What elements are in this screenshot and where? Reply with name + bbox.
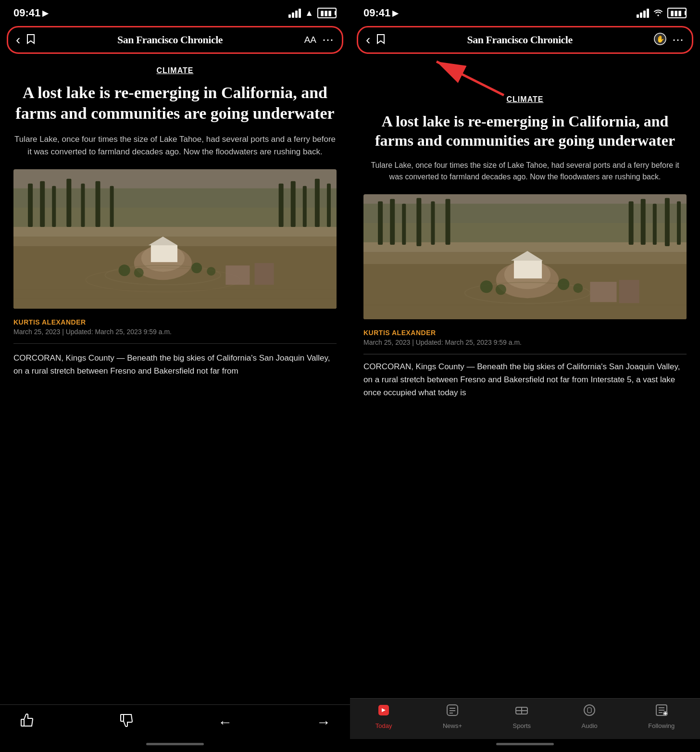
date-right: March 25, 2023 | Updated: March 25, 2023… xyxy=(363,338,687,346)
author-left: KURTIS ALEXANDER xyxy=(13,318,337,326)
location-icon-right: ▶ xyxy=(392,9,398,18)
more-icon-right[interactable]: ⋯ xyxy=(672,33,684,47)
svg-rect-45 xyxy=(431,201,435,245)
article-subtitle-left: Tulare Lake, once four times the size of… xyxy=(13,133,337,158)
nav-bar-left-wrapper: ‹ San Francisco Chronicle AA ⋯ xyxy=(0,23,350,57)
svg-rect-19 xyxy=(151,245,177,262)
thumbs-up-icon[interactable] xyxy=(19,713,35,731)
tab-following-label: Following xyxy=(648,722,675,729)
svg-rect-12 xyxy=(279,184,284,227)
home-indicator-right xyxy=(350,739,700,752)
back-icon-left[interactable]: ‹ xyxy=(16,32,20,48)
following-icon xyxy=(655,703,668,720)
battery-icon-left: ▮▮▮ xyxy=(317,8,337,18)
arrow-annotation xyxy=(350,57,700,95)
svg-rect-9 xyxy=(81,184,85,227)
svg-rect-47 xyxy=(629,201,634,245)
home-indicator-left xyxy=(0,739,350,752)
bookmark-icon-right[interactable] xyxy=(376,33,386,47)
status-bar-left: 09:41 ▶ ▲ ▮▮▮ xyxy=(0,0,350,23)
newsplus-icon xyxy=(446,703,459,720)
svg-rect-58 xyxy=(619,280,639,303)
svg-rect-49 xyxy=(653,204,657,245)
svg-rect-32 xyxy=(121,714,124,721)
body-left: CORCORAN, Kings County — Beneath the big… xyxy=(13,351,337,377)
svg-rect-31 xyxy=(21,719,24,726)
svg-point-62 xyxy=(573,283,583,293)
divider-right xyxy=(363,354,687,354)
time-left: 09:41 xyxy=(13,7,40,19)
article-title-left: A lost lake is re-emerging in California… xyxy=(13,83,337,124)
tab-today-label: Today xyxy=(375,722,392,729)
svg-point-25 xyxy=(119,264,130,276)
svg-rect-44 xyxy=(416,198,421,246)
svg-rect-13 xyxy=(291,181,296,227)
right-phone: 09:41 ▶ xyxy=(350,0,700,752)
svg-rect-7 xyxy=(52,186,56,227)
more-icon-left[interactable]: ⋯ xyxy=(322,33,334,47)
tab-sports[interactable]: Sports xyxy=(513,703,531,729)
tab-audio[interactable]: Audio xyxy=(582,703,598,729)
svg-rect-24 xyxy=(254,263,274,285)
svg-rect-48 xyxy=(641,199,646,245)
svg-text:✋: ✋ xyxy=(656,35,665,43)
newspaper-title-left: San Francisco Chronicle xyxy=(41,34,298,46)
svg-point-27 xyxy=(191,263,202,273)
audio-icon xyxy=(583,703,596,720)
svg-point-59 xyxy=(480,280,493,293)
svg-rect-54 xyxy=(514,261,542,278)
svg-point-73 xyxy=(584,705,595,715)
body-right: CORCORAN, Kings County — Beneath the big… xyxy=(363,360,687,400)
share-icon-right[interactable]: ✋ xyxy=(654,33,666,48)
svg-rect-16 xyxy=(327,184,331,227)
svg-rect-5 xyxy=(28,184,33,227)
time-right: 09:41 xyxy=(363,7,390,19)
divider-left xyxy=(13,343,337,344)
svg-rect-41 xyxy=(378,201,383,245)
forward-nav-icon[interactable]: → xyxy=(316,714,331,730)
article-image-left xyxy=(13,169,337,309)
date-left: March 25, 2023 | Updated: March 25, 2023… xyxy=(13,328,337,336)
signal-icon-left xyxy=(288,9,301,18)
wifi-icon-right xyxy=(653,8,663,19)
article-subtitle-right: Tulare Lake, once four times the size of… xyxy=(363,160,687,183)
article-image-right xyxy=(363,194,687,319)
svg-rect-14 xyxy=(303,186,307,227)
svg-point-26 xyxy=(134,268,144,277)
today-icon xyxy=(377,703,390,720)
bottom-toolbar-left: ← → xyxy=(0,704,350,739)
tab-following[interactable]: Following xyxy=(648,703,675,729)
back-nav-icon[interactable]: ← xyxy=(218,714,232,730)
svg-rect-50 xyxy=(665,198,670,246)
back-icon-right[interactable]: ‹ xyxy=(366,32,370,48)
svg-rect-15 xyxy=(315,179,320,227)
aa-label-left[interactable]: AA xyxy=(304,35,316,45)
sports-icon xyxy=(515,703,528,720)
svg-rect-8 xyxy=(66,179,71,227)
thumbs-down-icon[interactable] xyxy=(119,713,134,731)
bookmark-icon-left[interactable] xyxy=(26,33,36,47)
svg-rect-51 xyxy=(677,201,681,245)
svg-rect-57 xyxy=(590,282,616,302)
svg-rect-10 xyxy=(96,181,100,227)
svg-rect-43 xyxy=(402,204,406,245)
category-left: CLIMATE xyxy=(13,66,337,75)
svg-rect-23 xyxy=(225,265,250,285)
author-right: KURTIS ALEXANDER xyxy=(363,329,687,337)
battery-icon-right: ▮▮▮ xyxy=(667,8,687,18)
svg-rect-4 xyxy=(13,188,337,227)
tab-sports-label: Sports xyxy=(513,722,531,729)
tab-newsplus[interactable]: News+ xyxy=(443,703,462,729)
svg-rect-6 xyxy=(40,181,45,227)
tab-bar-right: Today News+ xyxy=(350,698,700,739)
tab-newsplus-label: News+ xyxy=(443,722,462,729)
svg-point-28 xyxy=(207,267,215,276)
tab-audio-label: Audio xyxy=(582,722,598,729)
tab-today[interactable]: Today xyxy=(375,703,392,729)
svg-rect-42 xyxy=(390,199,395,245)
svg-rect-46 xyxy=(446,199,450,245)
article-title-right: A lost lake is re-emerging in California… xyxy=(363,112,687,150)
nav-bar-left[interactable]: ‹ San Francisco Chronicle AA ⋯ xyxy=(7,26,343,54)
svg-point-60 xyxy=(496,284,506,295)
svg-rect-40 xyxy=(363,204,687,242)
